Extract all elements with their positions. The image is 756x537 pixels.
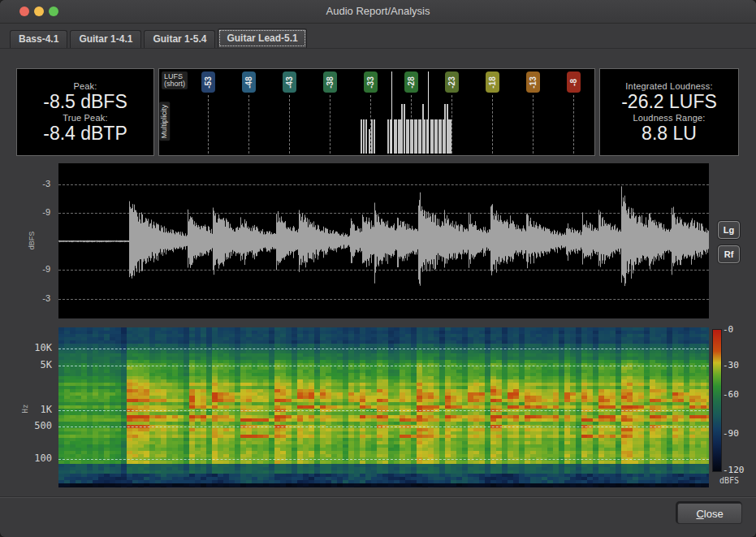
audio-report-window: Audio Report/Analysis Bass-4.1 Guitar 1-… <box>0 0 756 537</box>
waveform-ylabel: dBFS <box>28 232 36 250</box>
lufs-bin-gridline <box>330 95 330 154</box>
histogram-ylabel-wrap: Multiplicity <box>159 92 171 150</box>
histogram-bar <box>450 119 451 154</box>
waveform-canvas <box>58 163 709 318</box>
lufs-bin-gridline <box>289 95 290 154</box>
peak-label: Peak: <box>73 81 97 91</box>
close-button[interactable]: Close <box>677 503 742 524</box>
tab-guitar-lead-5-1[interactable]: Guitar Lead-5.1 <box>218 28 306 48</box>
waveform-tick: -9 <box>42 264 50 274</box>
lufs-histogram-plot: LUFS (short) Multiplicity -53-48-43-38-3… <box>159 69 594 155</box>
histogram-bar <box>420 119 421 154</box>
histogram-bar <box>436 119 438 154</box>
true-peak-label: True Peak: <box>63 113 107 123</box>
histogram-bar <box>408 119 409 154</box>
loudness-panel: Integrated Loudness: -26.2 LUFS Loudness… <box>599 68 739 156</box>
lufs-bin-gridline <box>573 95 574 154</box>
colorbar-tick: -30 <box>723 360 739 370</box>
spectrogram-gridline <box>58 366 709 366</box>
peak-panel: Peak: -8.5 dBFS True Peak: -8.4 dBTP <box>16 68 154 156</box>
lufs-bin-gridline <box>533 95 534 154</box>
histogram-bar <box>371 119 373 154</box>
lufs-bin-badge: -38 <box>323 71 337 93</box>
title-bar: Audio Report/Analysis <box>0 0 756 24</box>
lg-button[interactable]: Lg <box>718 221 740 239</box>
spectrogram-gridline <box>58 459 709 460</box>
lufs-bin-gridline <box>248 95 249 154</box>
spectrogram-canvas <box>58 327 709 487</box>
colorbar-tick: -120 <box>723 465 745 475</box>
spectrogram-axis-gutter: Hz 10K5K1K500100 <box>0 327 58 487</box>
window-title: Audio Report/Analysis <box>0 0 756 23</box>
colorbar-ticks: -0-30-60-90-120 <box>723 329 755 472</box>
histogram-bar <box>369 129 370 154</box>
lufs-bin-badge: -8 <box>567 71 581 93</box>
waveform-tick: -3 <box>42 179 50 188</box>
spectrogram-gridline <box>58 427 709 427</box>
histogram-bar <box>391 71 392 154</box>
spectrogram-gridline <box>58 349 709 349</box>
histogram-bar <box>401 104 403 154</box>
histogram-bar <box>387 119 389 154</box>
lufs-bin-badge: -48 <box>242 71 256 93</box>
histogram-bar <box>412 119 413 154</box>
spectrogram-gridline <box>58 410 709 411</box>
histogram-bar <box>363 119 365 154</box>
spectrogram-panel <box>58 327 709 487</box>
loudness-range-label: Loudness Range: <box>633 113 705 123</box>
colorbar-tick: -60 <box>723 389 739 400</box>
loudness-range-value: 8.8 LU <box>642 123 697 144</box>
lufs-bin-badge: -43 <box>283 71 296 93</box>
spectrogram-ylabel: Hz <box>21 405 29 414</box>
spectrogram-tick: 1K <box>41 404 52 415</box>
histogram-bar <box>361 119 362 154</box>
lufs-bin-badge: -23 <box>445 71 459 93</box>
integrated-loudness-value: -26.2 LUFS <box>621 92 717 112</box>
colorbar-unit: dBFS <box>708 476 750 485</box>
tab-guitar-1-4-1[interactable]: Guitar 1-4.1 <box>70 30 141 48</box>
histogram-title: LUFS (short) <box>162 71 188 89</box>
tabbar-divider <box>0 48 756 49</box>
colorbar-tick: -90 <box>723 428 739 439</box>
waveform-axis-gutter: dBFS -3-9-9-3 <box>0 163 58 318</box>
histogram-bar <box>440 119 442 154</box>
histogram-bar <box>374 119 375 154</box>
histogram-bar <box>365 119 367 154</box>
spectrogram-tick: 5K <box>41 359 52 370</box>
tab-guitar-1-5-4[interactable]: Guitar 1-5.4 <box>144 30 215 48</box>
histogram-bar <box>404 104 405 154</box>
peak-value: -8.5 dBFS <box>43 92 127 112</box>
histogram-bar <box>395 119 397 154</box>
spectrogram-tick: 100 <box>34 453 52 464</box>
tab-bar: Bass-4.1 Guitar 1-4.1 Guitar 1-5.4 Guita… <box>10 29 309 48</box>
lufs-bin-gridline <box>492 95 493 154</box>
histogram-bar <box>424 119 426 154</box>
histogram-bar <box>428 71 429 154</box>
footer-divider <box>0 497 756 498</box>
lufs-bin-badge: -13 <box>526 71 540 93</box>
true-peak-value: -8.4 dBTP <box>43 123 127 144</box>
lufs-bin-badge: -18 <box>486 71 499 93</box>
rf-button[interactable]: Rf <box>718 245 740 263</box>
lufs-bin-gridline <box>208 95 209 154</box>
lufs-bin-gridline <box>451 95 452 154</box>
waveform-tick: -9 <box>42 207 50 217</box>
histogram-bar <box>444 104 446 154</box>
lufs-bin-badge: -53 <box>201 71 215 93</box>
lufs-histogram-panel: LUFS (short) Multiplicity -53-48-43-38-3… <box>158 68 595 156</box>
histogram-bar <box>432 119 434 154</box>
histogram-bar <box>416 119 417 154</box>
spectrogram-tick: 500 <box>34 420 52 431</box>
tab-bass-4-1[interactable]: Bass-4.1 <box>10 30 67 48</box>
integrated-loudness-label: Integrated Loudness: <box>625 81 712 91</box>
lufs-bin-badge: -33 <box>364 71 378 93</box>
colorbar <box>712 329 722 472</box>
spectrogram-tick: 10K <box>34 342 52 353</box>
waveform-panel <box>58 163 709 318</box>
close-button-bezel: Close <box>676 501 742 524</box>
colorbar-tick: -0 <box>723 324 733 335</box>
waveform-tick: -3 <box>42 293 50 303</box>
lufs-bin-badge: -28 <box>404 71 418 93</box>
histogram-ylabel: Multiplicity <box>160 102 171 141</box>
